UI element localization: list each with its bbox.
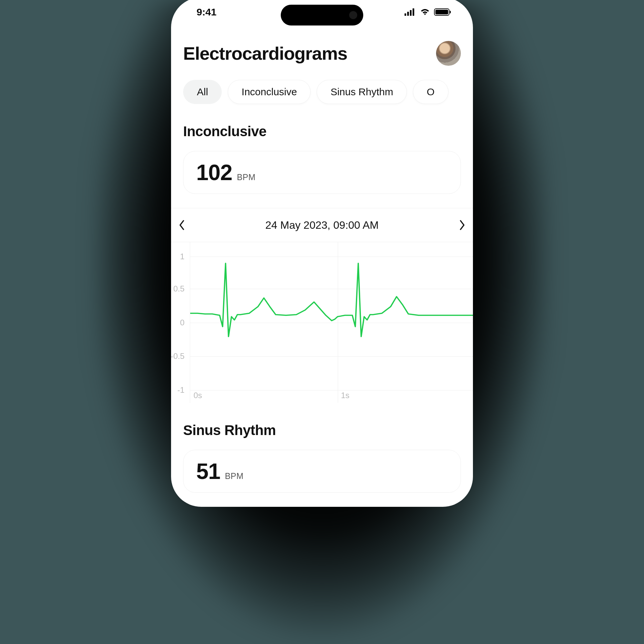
ytick: 0.5 bbox=[173, 284, 184, 293]
avatar[interactable] bbox=[436, 41, 461, 66]
bpm-value: 102 bbox=[196, 161, 232, 183]
section-title-inconclusive: Inconclusive bbox=[183, 123, 461, 140]
chip-inconclusive[interactable]: Inconclusive bbox=[228, 80, 311, 104]
chip-sinus-rhythm[interactable]: Sinus Rhythm bbox=[317, 80, 407, 104]
date-label: 24 May 2023, 09:00 AM bbox=[265, 219, 379, 231]
section-title-sinus: Sinus Rhythm bbox=[183, 422, 461, 438]
ytick: 1 bbox=[180, 252, 184, 261]
bpm-unit: BPM bbox=[225, 471, 244, 481]
ecg-chart: 1 0.5 0 -0.5 -1 0s 1s bbox=[171, 242, 473, 403]
dynamic-island bbox=[281, 5, 363, 25]
next-arrow[interactable] bbox=[455, 218, 469, 232]
filter-chips: All Inconclusive Sinus Rhythm O bbox=[183, 80, 461, 123]
wifi-icon bbox=[420, 8, 430, 16]
chip-all[interactable]: All bbox=[183, 80, 222, 104]
chip-overflow[interactable]: O bbox=[413, 80, 448, 104]
phone-frame: 9:41 Electrocardiograms All Inconclusive bbox=[171, 0, 473, 507]
page-title: Electrocardiograms bbox=[183, 43, 347, 64]
bpm-unit: BPM bbox=[237, 172, 256, 182]
ytick: -0.5 bbox=[171, 352, 184, 361]
cellular-icon bbox=[405, 8, 416, 16]
ytick: -1 bbox=[177, 385, 184, 395]
bpm-card-sinus[interactable]: 51 BPM bbox=[183, 450, 461, 493]
status-time: 9:41 bbox=[197, 6, 216, 18]
status-indicators bbox=[405, 8, 449, 16]
prev-arrow[interactable] bbox=[175, 218, 189, 232]
bpm-value: 51 bbox=[196, 460, 220, 482]
bpm-card-inconclusive[interactable]: 102 BPM bbox=[183, 151, 461, 194]
status-bar: 9:41 bbox=[171, 0, 473, 27]
ytick: 0 bbox=[180, 318, 184, 327]
battery-icon bbox=[434, 8, 449, 16]
